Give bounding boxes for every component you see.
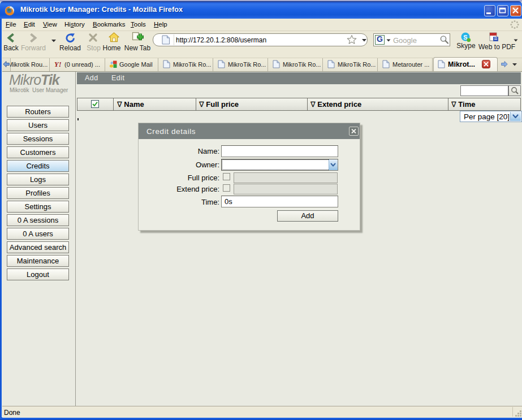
- svg-text:S: S: [463, 34, 467, 41]
